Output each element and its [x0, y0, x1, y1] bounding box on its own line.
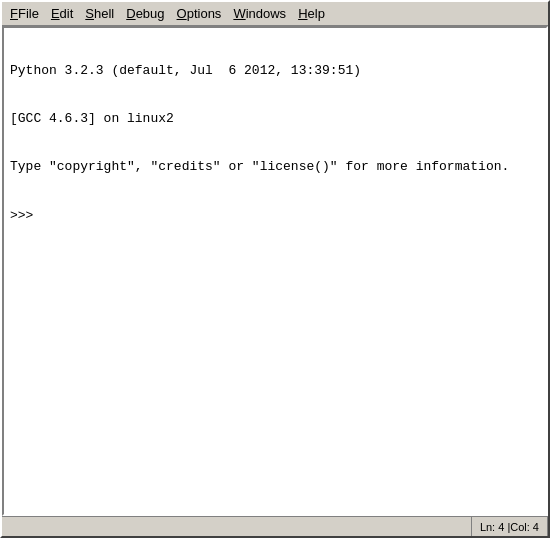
menu-help[interactable]: Help — [292, 4, 331, 23]
menu-edit[interactable]: Edit — [45, 4, 79, 23]
menubar: FFile Edit Shell Debug Options Windows H… — [2, 2, 548, 26]
shell-line-2: [GCC 4.6.3] on linux2 — [10, 110, 540, 128]
menu-shell[interactable]: Shell — [79, 4, 120, 23]
statusbar: Ln: 4 |Col: 4 — [2, 516, 548, 536]
shell-line-1: Python 3.2.3 (default, Jul 6 2012, 13:39… — [10, 62, 540, 80]
menu-windows[interactable]: Windows — [227, 4, 292, 23]
shell-prompt[interactable]: >>> — [10, 207, 540, 225]
shell-content-area[interactable]: Python 3.2.3 (default, Jul 6 2012, 13:39… — [2, 26, 548, 516]
menu-debug[interactable]: Debug — [120, 4, 170, 23]
menu-options[interactable]: Options — [171, 4, 228, 23]
menu-file[interactable]: FFile — [4, 4, 45, 23]
ln-col-status: Ln: 4 |Col: 4 — [471, 517, 548, 536]
shell-line-3: Type "copyright", "credits" or "license(… — [10, 158, 540, 176]
app-window: FFile Edit Shell Debug Options Windows H… — [0, 0, 550, 538]
